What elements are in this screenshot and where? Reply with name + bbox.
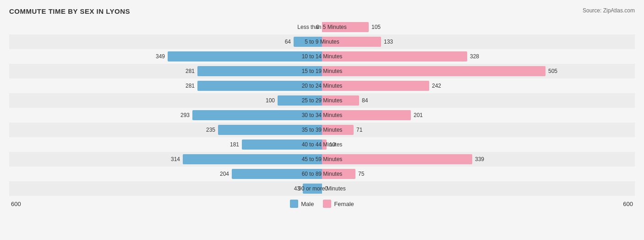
male-value: 349 bbox=[151, 53, 165, 60]
female-bar bbox=[322, 22, 369, 32]
chart-title: COMMUTE TIME BY SEX IN LYONS bbox=[9, 7, 130, 15]
row-inner: 314 45 to 59 Minutes 339 bbox=[9, 152, 635, 167]
chart-header: COMMUTE TIME BY SEX IN LYONS Source: Zip… bbox=[9, 7, 635, 15]
row-inner: 293 30 to 34 Minutes 201 bbox=[9, 108, 635, 123]
legend-female: Female bbox=[323, 200, 354, 208]
table-row: 235 35 to 39 Minutes 71 bbox=[9, 123, 635, 137]
right-half: 242 bbox=[322, 81, 635, 91]
male-value: 43 bbox=[286, 185, 300, 192]
left-half: 293 bbox=[9, 110, 322, 120]
male-bar bbox=[183, 154, 322, 164]
female-value: 0 bbox=[325, 185, 338, 192]
female-bar bbox=[322, 140, 327, 150]
chart-container: COMMUTE TIME BY SEX IN LYONS Source: Zip… bbox=[0, 0, 644, 240]
male-bar bbox=[218, 125, 322, 135]
legend-male-label: Male bbox=[301, 201, 314, 207]
male-value: 0 bbox=[306, 24, 319, 30]
right-half: 71 bbox=[322, 125, 635, 135]
male-bar bbox=[232, 169, 322, 179]
right-half: 201 bbox=[322, 110, 635, 120]
male-bar bbox=[197, 81, 322, 91]
right-half: 0 bbox=[322, 184, 635, 194]
male-value: 281 bbox=[181, 83, 195, 89]
female-bar bbox=[322, 95, 359, 106]
table-row: 43 90 or more Minutes 0 bbox=[9, 181, 635, 196]
female-value: 10 bbox=[329, 141, 343, 148]
left-half: 64 bbox=[9, 37, 322, 47]
left-half: 100 bbox=[9, 95, 322, 106]
male-bar bbox=[278, 95, 322, 106]
left-half: 281 bbox=[9, 66, 322, 76]
right-half: 505 bbox=[322, 66, 635, 76]
female-value: 71 bbox=[356, 127, 370, 133]
female-value: 339 bbox=[475, 156, 489, 162]
female-value: 505 bbox=[548, 68, 562, 74]
row-inner: 100 25 to 29 Minutes 84 bbox=[9, 93, 635, 108]
male-value: 204 bbox=[215, 171, 229, 177]
table-row: 100 25 to 29 Minutes 84 bbox=[9, 93, 635, 108]
female-bar bbox=[322, 37, 381, 47]
left-half: 181 bbox=[9, 140, 322, 150]
chart-source: Source: ZipAtlas.com bbox=[583, 7, 635, 14]
male-value: 281 bbox=[181, 68, 195, 74]
legend-male-box bbox=[290, 200, 298, 208]
female-bar bbox=[322, 81, 429, 91]
left-half: 0 bbox=[9, 22, 322, 32]
female-value: 328 bbox=[470, 53, 484, 60]
left-half: 43 bbox=[9, 184, 322, 194]
table-row: 204 60 to 89 Minutes 75 bbox=[9, 167, 635, 181]
male-bar bbox=[197, 66, 322, 76]
left-half: 314 bbox=[9, 154, 322, 164]
female-value: 242 bbox=[432, 83, 446, 89]
female-value: 84 bbox=[362, 97, 376, 104]
table-row: 349 10 to 14 Minutes 328 bbox=[9, 49, 635, 64]
male-bar bbox=[168, 51, 322, 61]
table-row: 314 45 to 59 Minutes 339 bbox=[9, 152, 635, 167]
legend-female-label: Female bbox=[334, 201, 354, 207]
row-inner: 0 Less than 5 Minutes 105 bbox=[9, 20, 635, 34]
male-value: 64 bbox=[277, 39, 291, 45]
right-half: 328 bbox=[322, 51, 635, 61]
left-half: 281 bbox=[9, 81, 322, 91]
rows-area: 0 Less than 5 Minutes 105 64 5 to 9 Minu… bbox=[9, 20, 635, 196]
axis-min-label: 600 bbox=[11, 201, 21, 207]
male-bar bbox=[294, 37, 322, 47]
male-value: 181 bbox=[225, 141, 239, 148]
male-value: 314 bbox=[166, 156, 180, 162]
row-inner: 181 40 to 44 Minutes 10 bbox=[9, 137, 635, 152]
male-bar bbox=[303, 184, 322, 194]
legend-female-box bbox=[323, 200, 331, 208]
row-inner: 204 60 to 89 Minutes 75 bbox=[9, 167, 635, 181]
male-bar bbox=[242, 140, 322, 150]
table-row: 281 15 to 19 Minutes 505 bbox=[9, 64, 635, 78]
female-value: 105 bbox=[371, 24, 385, 30]
left-half: 235 bbox=[9, 125, 322, 135]
legend-male: Male bbox=[290, 200, 314, 208]
female-bar bbox=[322, 169, 355, 179]
table-row: 0 Less than 5 Minutes 105 bbox=[9, 20, 635, 34]
right-half: 339 bbox=[322, 154, 635, 164]
male-value: 235 bbox=[202, 127, 215, 133]
female-bar bbox=[322, 154, 472, 164]
row-inner: 349 10 to 14 Minutes 328 bbox=[9, 49, 635, 64]
female-value: 75 bbox=[358, 171, 372, 177]
table-row: 293 30 to 34 Minutes 201 bbox=[9, 108, 635, 123]
chart-footer: 600 Male Female 600 bbox=[9, 200, 635, 208]
right-half: 84 bbox=[322, 95, 635, 106]
row-inner: 235 35 to 39 Minutes 71 bbox=[9, 123, 635, 137]
female-bar bbox=[322, 51, 467, 61]
row-inner: 64 5 to 9 Minutes 133 bbox=[9, 34, 635, 49]
table-row: 281 20 to 24 Minutes 242 bbox=[9, 78, 635, 93]
table-row: 181 40 to 44 Minutes 10 bbox=[9, 137, 635, 152]
left-half: 204 bbox=[9, 169, 322, 179]
female-bar bbox=[322, 125, 354, 135]
row-inner: 43 90 or more Minutes 0 bbox=[9, 181, 635, 196]
row-inner: 281 20 to 24 Minutes 242 bbox=[9, 78, 635, 93]
male-bar bbox=[192, 110, 322, 120]
female-bar bbox=[322, 110, 411, 120]
right-half: 10 bbox=[322, 140, 635, 150]
female-value: 133 bbox=[384, 39, 398, 45]
right-half: 75 bbox=[322, 169, 635, 179]
male-value: 293 bbox=[176, 112, 190, 118]
right-half: 105 bbox=[322, 22, 635, 32]
